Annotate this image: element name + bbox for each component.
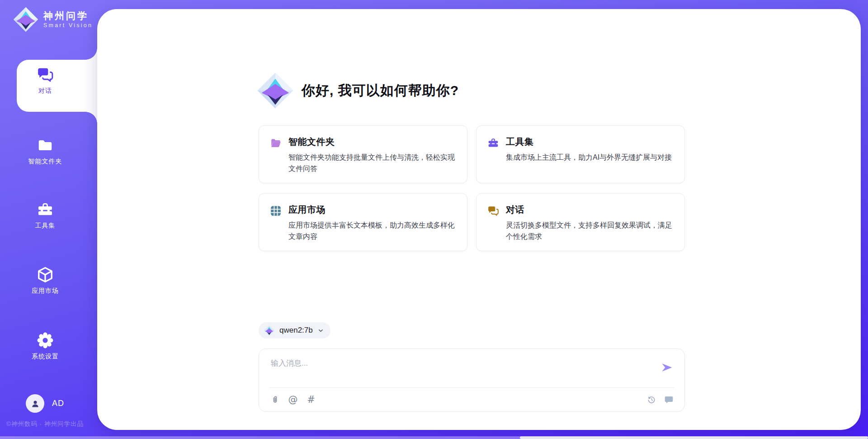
toolbox-icon: [487, 137, 499, 149]
horizontal-scrollbar: [0, 436, 868, 439]
card-description: 灵活切换多模型文件，支持多样回复效果调试，满足个性化需求: [506, 220, 674, 243]
send-icon: [660, 361, 674, 374]
sidebar-item-chat[interactable]: 对话: [9, 66, 81, 95]
brand-name: 神州问学: [43, 10, 93, 21]
sidebar-item-label: 工具集: [9, 222, 81, 230]
user-initials: AD: [52, 399, 64, 408]
send-button[interactable]: [660, 361, 674, 374]
at-icon: @: [288, 395, 298, 405]
new-chat-button[interactable]: [664, 394, 674, 405]
sidebar-item-label: 智能文件夹: [9, 157, 81, 166]
hash-icon: #: [307, 395, 315, 405]
brand-subtitle: Smart Vision: [43, 22, 93, 29]
mention-button[interactable]: @: [288, 394, 298, 405]
card-smart-folder[interactable]: 智能文件夹 智能文件夹功能支持批量文件上传与清洗，轻松实现文件问答: [259, 125, 467, 183]
sidebar-item-label: 系统设置: [9, 353, 81, 361]
sidebar-item-settings[interactable]: 系统设置: [9, 332, 81, 361]
model-diamond-logo-icon: [264, 325, 275, 336]
user-icon: [30, 398, 41, 409]
card-chat[interactable]: 对话 灵活切换多模型文件，支持多样回复效果调试，满足个性化需求: [476, 193, 685, 251]
history-button[interactable]: [646, 394, 656, 405]
composer-toolbar: @ #: [270, 388, 674, 411]
sidebar-item-toolset[interactable]: 工具集: [9, 201, 81, 230]
message-composer: @ #: [259, 348, 685, 412]
brand-diamond-logo-icon: [13, 6, 39, 33]
chevron-down-icon: [317, 327, 324, 334]
greeting-diamond-logo-icon: [256, 72, 294, 110]
sidebar-item-app-market[interactable]: 应用市场: [9, 266, 81, 295]
brand-text: 神州问学 Smart Vision: [43, 10, 93, 29]
sidebar-item-smart-folder[interactable]: 智能文件夹: [9, 137, 81, 166]
app-root: 神州问学 Smart Vision 对话 智能文件夹 工具集 应用市场: [0, 0, 868, 439]
paperclip-icon: [270, 395, 280, 405]
card-title: 对话: [506, 204, 674, 216]
message-input[interactable]: [270, 357, 647, 385]
gear-icon: [37, 332, 54, 349]
footer-credit: ©神州数码 · 神州问学出品: [6, 420, 84, 428]
horizontal-scrollbar-thumb[interactable]: [520, 436, 868, 439]
folder-open-icon: [270, 137, 282, 149]
card-title: 应用市场: [288, 204, 456, 216]
user-chip[interactable]: AD: [26, 394, 64, 413]
sidebar-item-label: 应用市场: [9, 287, 81, 295]
grid-icon: [270, 205, 282, 217]
feature-cards: 智能文件夹 智能文件夹功能支持批量文件上传与清洗，轻松实现文件问答 工具集 集成…: [259, 125, 685, 251]
card-title: 智能文件夹: [288, 136, 456, 148]
card-description: 应用市场提供丰富长文本模板，助力高效生成多样化文章内容: [288, 220, 456, 243]
folder-icon: [37, 137, 54, 154]
sidebar-item-label: 对话: [9, 87, 81, 95]
model-selector[interactable]: qwen2:7b: [259, 322, 330, 339]
card-app-market[interactable]: 应用市场 应用市场提供丰富长文本模板，助力高效生成多样化文章内容: [259, 193, 467, 251]
composer-toolbar-right: [646, 394, 674, 405]
toolbox-icon: [37, 201, 54, 218]
greeting-title: 你好, 我可以如何帮助你?: [302, 81, 459, 100]
main-panel: 你好, 我可以如何帮助你? 智能文件夹 智能文件夹功能支持批量文件上传与清洗，轻…: [97, 9, 861, 430]
greeting: 你好, 我可以如何帮助你?: [256, 72, 459, 110]
comment-icon: [664, 395, 674, 405]
avatar: [26, 394, 44, 413]
chat-bubbles-icon: [487, 205, 499, 217]
card-description: 集成市场上主流工具，助力AI与外界无缝扩展与对接: [506, 152, 672, 163]
topic-button[interactable]: #: [306, 394, 316, 405]
attach-file-button[interactable]: [270, 394, 280, 405]
history-icon: [647, 395, 656, 405]
card-toolset[interactable]: 工具集 集成市场上主流工具，助力AI与外界无缝扩展与对接: [476, 125, 685, 183]
card-title: 工具集: [506, 136, 672, 148]
brand: 神州问学 Smart Vision: [13, 6, 93, 33]
cube-icon: [37, 266, 54, 283]
model-name: qwen2:7b: [279, 326, 313, 335]
card-description: 智能文件夹功能支持批量文件上传与清洗，轻松实现文件问答: [288, 152, 456, 175]
chat-bubbles-icon: [37, 66, 54, 83]
